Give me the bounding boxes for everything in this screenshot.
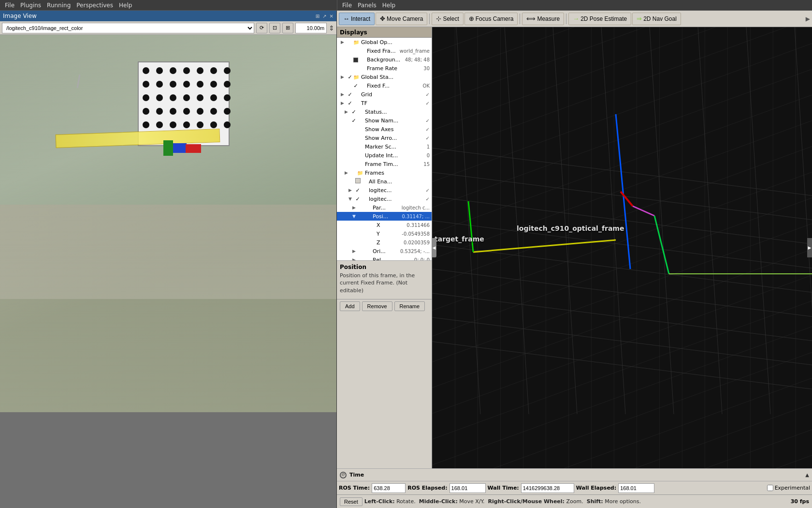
- image-gray-area: [0, 412, 336, 508]
- tree-row-posi[interactable]: ▼Posi...0.31147; ...: [337, 212, 432, 221]
- tree-row-par[interactable]: ▶Par...logitech c...: [337, 203, 432, 212]
- tree-row-frame-tim[interactable]: Frame Tim...15: [337, 160, 432, 168]
- pose-estimate-button[interactable]: → 2D Pose Estimate: [568, 13, 631, 25]
- displays-panel: Displays ▶📁Global Op... Fixed Frameworld…: [337, 27, 432, 468]
- bottom-row2: Reset Left-Click: Rotate. Middle-Click: …: [337, 494, 812, 508]
- tree-row-grid[interactable]: ▶✓Grid✓: [337, 90, 432, 99]
- menu-panels[interactable]: Panels: [355, 1, 379, 10]
- tree-row-global-op[interactable]: ▶📁Global Op...: [337, 38, 432, 46]
- svg-line-21: [621, 192, 633, 206]
- svg-line-22: [633, 206, 654, 216]
- nav-goal-button[interactable]: ⇒ 2D Nav Goal: [632, 13, 681, 25]
- tree-row-logitec1[interactable]: ▶✓logitec...✓: [337, 186, 432, 194]
- tree-row-show-arro[interactable]: Show Arro...✓: [337, 134, 432, 142]
- experimental-checkbox-label: Experimental: [767, 485, 810, 491]
- svg-line-20: [616, 114, 630, 269]
- rviz-panel: ↔ Interact ✥ Move Camera ⊹ Select ⊕ Focu…: [337, 11, 812, 508]
- property-panel: Position Position of this frame, in the …: [337, 260, 432, 299]
- titlebar-close-icon[interactable]: ✕: [330, 14, 334, 19]
- measure-icon: ⟺: [526, 15, 536, 22]
- tree-row-background[interactable]: Backgroun...48; 48; 48: [337, 55, 432, 64]
- time-title: Time: [349, 472, 364, 478]
- object-green: [163, 140, 173, 156]
- tree-row-logitec2[interactable]: ▼✓logitec...✓: [337, 194, 432, 203]
- viewport-expand-btn[interactable]: ▶: [807, 238, 812, 257]
- pose-estimate-icon: →: [573, 15, 579, 22]
- menu-plugins[interactable]: Plugins: [17, 1, 44, 10]
- tree-row-z[interactable]: Z0.0200359: [337, 238, 432, 247]
- menu-help-right[interactable]: Help: [379, 1, 398, 10]
- wall-elapsed-input[interactable]: [618, 483, 654, 493]
- zoom-input[interactable]: [295, 23, 327, 33]
- measure-button[interactable]: ⟺ Measure: [522, 13, 564, 25]
- fps-display: 30 fps: [791, 498, 809, 505]
- tree-row-status[interactable]: ▶✓Status...: [337, 107, 432, 116]
- panel-buttons: Add Remove Rename: [337, 299, 432, 313]
- ros-elapsed-input[interactable]: [450, 483, 486, 493]
- select-button[interactable]: ⊹ Select: [432, 13, 463, 25]
- prop-title: Position: [340, 264, 429, 270]
- nav-goal-icon: ⇒: [637, 15, 642, 22]
- tree-row-fixed-f-ok[interactable]: ✓Fixed F...OK: [337, 81, 432, 90]
- zoom-fit-button[interactable]: ⊡: [269, 23, 280, 33]
- bottom-row1: ROS Time: ROS Elapsed: Wall Time: Wall E…: [337, 481, 812, 494]
- add-button[interactable]: Add: [340, 301, 360, 311]
- image-view-titlebar: Image View ⊞ ↗ ✕: [0, 11, 336, 21]
- tree-row-all-ena[interactable]: All Ena...: [337, 177, 432, 186]
- image-view-panel: Image View ⊞ ↗ ✕ /logitech_c910/image_re…: [0, 11, 337, 508]
- tree-row-rel1[interactable]: ▶Rel...0; 0; 0: [337, 255, 432, 260]
- tree-row-x[interactable]: X0.311466: [337, 221, 432, 229]
- titlebar-undock-icon[interactable]: ↗: [322, 14, 326, 19]
- axes-3d-svg: [432, 27, 812, 468]
- refresh-button[interactable]: ⟳: [256, 23, 267, 33]
- displays-tree[interactable]: ▶📁Global Op... Fixed Frameworld_frame Ba…: [337, 38, 432, 260]
- tree-row-global-sta[interactable]: ▶✓📁Global Sta...: [337, 73, 432, 81]
- expand-arrow-right[interactable]: ▶: [806, 15, 810, 22]
- image-area: [0, 35, 336, 412]
- tree-row-show-axes[interactable]: Show Axes✓: [337, 125, 432, 134]
- viewport-3d[interactable]: target_frame logitech_c910_optical_frame…: [432, 27, 812, 468]
- titlebar-float-icon[interactable]: ⊞: [316, 14, 319, 19]
- move-camera-button[interactable]: ✥ Move Camera: [376, 13, 427, 25]
- tree-row-frames[interactable]: ▶📁Frames: [337, 168, 432, 177]
- zoom-spinner-icon[interactable]: ⇕: [329, 24, 334, 32]
- move-camera-icon: ✥: [380, 15, 385, 22]
- tree-row-y[interactable]: Y-0.0549358: [337, 229, 432, 238]
- tree-row-fixed-frame[interactable]: Fixed Frameworld_frame: [337, 46, 432, 55]
- time-row: ⏱ Time ▲: [337, 468, 812, 481]
- tree-row-tf[interactable]: ▶✓TF✓: [337, 99, 432, 107]
- tree-row-frame-rate[interactable]: Frame Rate30: [337, 64, 432, 73]
- menu-perspectives[interactable]: Perspectives: [73, 1, 116, 10]
- select-icon: ⊹: [436, 15, 441, 22]
- experimental-checkbox[interactable]: [767, 485, 773, 491]
- interact-button[interactable]: ↔ Interact: [339, 13, 375, 25]
- zoom-full-button[interactable]: ⊞: [282, 23, 293, 33]
- menu-file-left[interactable]: File: [2, 1, 17, 10]
- panel-collapse-btn[interactable]: ◀: [432, 238, 436, 257]
- menu-file-right[interactable]: File: [339, 1, 355, 10]
- logitech-frame-label: logitech_c910_optical_frame: [517, 224, 624, 232]
- hint-text: Left-Click: Rotate. Middle-Click: Move X…: [364, 498, 641, 505]
- time-expand-btn[interactable]: ▲: [805, 472, 809, 478]
- focus-camera-icon: ⊕: [469, 15, 474, 22]
- tree-row-show-nam[interactable]: ✓Show Nam...✓: [337, 116, 432, 125]
- object-blue: [173, 143, 187, 153]
- interact-icon: ↔: [343, 15, 349, 22]
- wall-time-input[interactable]: [521, 483, 574, 493]
- svg-line-18: [473, 240, 616, 252]
- tree-row-ori[interactable]: ▶Ori...0.53254; -...: [337, 247, 432, 255]
- menu-running[interactable]: Running: [44, 1, 73, 10]
- ros-time-input[interactable]: [372, 483, 406, 493]
- tree-row-marker-sc[interactable]: Marker Sc...1: [337, 142, 432, 151]
- image-view-toolbar: /logitech_c910/image_rect_color ⟳ ⊡ ⊞ ⇕: [0, 21, 336, 35]
- topic-dropdown[interactable]: /logitech_c910/image_rect_color: [2, 23, 254, 33]
- remove-button[interactable]: Remove: [362, 301, 392, 311]
- image-view-title: Image View: [3, 13, 37, 19]
- tree-row-update-int[interactable]: Update Int...0: [337, 151, 432, 160]
- rename-button[interactable]: Rename: [394, 301, 425, 311]
- reset-button[interactable]: Reset: [340, 497, 362, 506]
- menu-help-left[interactable]: Help: [116, 1, 135, 10]
- focus-camera-button[interactable]: ⊕ Focus Camera: [464, 13, 518, 25]
- object-red: [186, 144, 201, 153]
- svg-line-23: [654, 216, 669, 274]
